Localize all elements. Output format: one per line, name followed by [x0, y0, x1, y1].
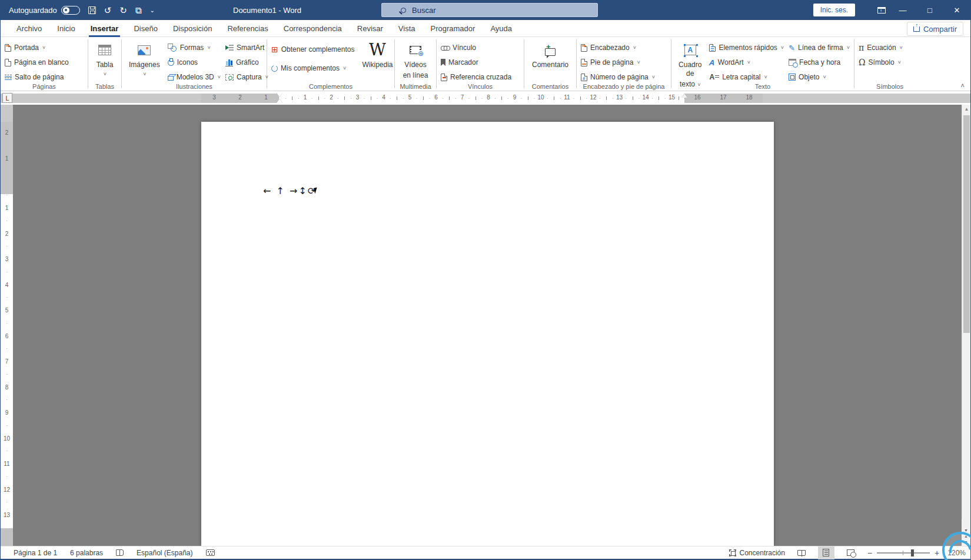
tab-diseño[interactable]: Diseño: [126, 20, 165, 37]
document-title: Documento1 - Word: [233, 0, 301, 20]
indent-marker[interactable]: [277, 93, 282, 103]
header-icon: [581, 44, 587, 52]
group-simbolos: π Ecuación˅ Ω Símbolo˅ Símbolos: [854, 37, 925, 91]
search-input[interactable]: Buscar: [381, 3, 598, 17]
zoom-slider[interactable]: [877, 552, 930, 554]
captura-button[interactable]: Captura˅: [225, 71, 268, 83]
tab-vista[interactable]: Vista: [391, 20, 423, 37]
scroll-up-icon[interactable]: ▲: [962, 105, 970, 114]
autosave-control[interactable]: Autoguardado: [9, 6, 80, 15]
search-placeholder: Buscar: [412, 6, 435, 15]
letra-capital-button[interactable]: A Letra capital˅: [709, 71, 784, 83]
scrollbar-thumb[interactable]: [963, 115, 970, 333]
pagina-en-blanco-button[interactable]: Página en blanco: [5, 56, 69, 68]
page-break-icon: [5, 74, 12, 81]
obtener-complementos-button[interactable]: ⊞ Obtener complementos: [271, 44, 354, 55]
save-icon[interactable]: [88, 6, 96, 14]
minimize-button[interactable]: —: [889, 0, 916, 20]
ruler-vertical[interactable]: 211·2·3·4·5·6·7·8·9·10·11·12·13·: [1, 105, 13, 546]
text-predictions-icon[interactable]: [206, 549, 215, 556]
autosave-toggle[interactable]: [61, 6, 80, 15]
tab-revisar[interactable]: Revisar: [350, 20, 391, 37]
tab-inicio[interactable]: Inicio: [49, 20, 82, 37]
maximize-button[interactable]: □: [916, 0, 943, 20]
read-mode-button[interactable]: [793, 546, 810, 559]
vinculo-button[interactable]: Vínculo: [441, 42, 511, 54]
right-indent-marker[interactable]: [681, 94, 687, 98]
encabezado-button[interactable]: Encabezado˅: [581, 42, 655, 54]
tab-disposición[interactable]: Disposición: [165, 20, 220, 37]
blank-page-icon: [5, 59, 11, 66]
customize-quick-access-icon[interactable]: ⌄: [150, 7, 155, 14]
imagenes-button[interactable]: Imágenes ˅: [126, 40, 163, 79]
tab-correspondencia[interactable]: Correspondencia: [276, 20, 350, 37]
3d-models-icon: [168, 76, 174, 81]
mouse-cursor: [314, 187, 318, 194]
pictures-icon: [138, 45, 151, 55]
referencia-cruzada-button[interactable]: Referencia cruzada: [441, 71, 511, 83]
vertical-scrollbar[interactable]: ▲ ▼ ▲ ▼: [962, 105, 970, 546]
ecuacion-button[interactable]: π Ecuación˅: [859, 42, 903, 54]
table-icon: [98, 45, 111, 55]
collapse-ribbon-icon[interactable]: ˄: [961, 82, 965, 89]
repeat-icon[interactable]: ⧉: [135, 6, 142, 15]
objeto-button[interactable]: Objeto˅: [789, 71, 850, 83]
zoom-out-button[interactable]: −: [867, 548, 872, 558]
tab-insertar[interactable]: Insertar: [83, 20, 127, 37]
quick-parts-icon: [709, 44, 716, 52]
numero-de-pagina-button[interactable]: Número de página˅: [581, 71, 655, 83]
tabla-button[interactable]: Tabla ˅: [94, 40, 117, 79]
videos-en-linea-button[interactable]: Vídeos en línea: [400, 40, 431, 81]
title-bar: Autoguardado ↺ ↻ ⧉ ⌄ Documento1 - Word B…: [1, 0, 970, 20]
page-number-icon: [581, 74, 587, 81]
grafico-button[interactable]: Gráfico: [225, 56, 268, 68]
wikipedia-button[interactable]: W Wikipedia: [359, 40, 395, 71]
ribbon: Portada˅ Página en blanco Salto de págin…: [1, 37, 970, 91]
focus-icon: [729, 549, 736, 556]
marcador-button[interactable]: Marcador: [441, 56, 511, 68]
comentario-button[interactable]: Comentario: [529, 40, 571, 71]
close-button[interactable]: ✕: [943, 0, 970, 20]
formas-button[interactable]: Formas˅: [168, 42, 221, 54]
modelos-3d-button[interactable]: Modelos 3D˅: [168, 71, 221, 83]
ribbon-display-options-icon[interactable]: [877, 7, 886, 14]
group-paginas: Portada˅ Página en blanco Salto de págin…: [1, 37, 88, 91]
ruler-horizontal[interactable]: L 3211··2··3··4··5··6··7··8··9··10··11··…: [1, 91, 970, 105]
portada-button[interactable]: Portada˅: [5, 42, 69, 54]
linea-de-firma-button[interactable]: ✎ Línea de firma˅: [789, 42, 850, 54]
comment-icon: [545, 48, 556, 56]
link-icon: [441, 45, 450, 51]
fecha-y-hora-button[interactable]: Fecha y hora: [789, 56, 850, 68]
undo-icon[interactable]: ↺: [104, 6, 112, 15]
simbolo-button[interactable]: Ω Símbolo˅: [859, 56, 903, 68]
proofing-icon[interactable]: [116, 549, 124, 556]
group-encabezado-pie: Encabezado˅ Pie de página˅ Número de pág…: [577, 37, 671, 91]
tab-ayuda[interactable]: Ayuda: [483, 20, 520, 37]
salto-de-pagina-button[interactable]: Salto de página: [5, 71, 69, 83]
tab-programador[interactable]: Programador: [423, 20, 483, 37]
mis-complementos-button[interactable]: Mis complementos˅: [271, 62, 354, 74]
share-button[interactable]: Compartir: [907, 22, 963, 36]
elementos-rapidos-button[interactable]: Elementos rápidos˅: [709, 42, 784, 54]
language-indicator[interactable]: Español (España): [137, 549, 192, 557]
page-indicator[interactable]: Página 1 de 1: [14, 549, 57, 557]
tab-archivo[interactable]: Archivo: [9, 20, 49, 37]
smartart-button[interactable]: SmartArt: [225, 42, 268, 54]
tab-referencias[interactable]: Referencias: [220, 20, 275, 37]
print-layout-button[interactable]: [818, 546, 834, 559]
document-page[interactable]: ← ↑ →↕⟳: [201, 122, 774, 546]
sign-in-button[interactable]: Inic. ses.: [813, 4, 855, 16]
ribbon-tab-row: ArchivoInicioInsertarDiseñoDisposiciónRe…: [1, 20, 970, 37]
zoom-slider-thumb[interactable]: [911, 549, 914, 556]
redo-icon[interactable]: ↻: [119, 6, 127, 15]
wordart-button[interactable]: A WordArt˅: [709, 56, 784, 68]
pie-de-pagina-button[interactable]: Pie de página˅: [581, 56, 655, 68]
focus-mode-button[interactable]: Concentración: [729, 549, 785, 557]
document-text[interactable]: ← ↑ →↕⟳: [263, 185, 317, 196]
web-layout-button[interactable]: [843, 546, 859, 559]
word-count[interactable]: 6 palabras: [70, 549, 103, 557]
zoom-in-button[interactable]: +: [935, 548, 939, 558]
tab-stop-selector[interactable]: L: [2, 93, 12, 103]
screenshot-icon: [225, 74, 234, 81]
iconos-button[interactable]: Iconos: [168, 56, 221, 68]
